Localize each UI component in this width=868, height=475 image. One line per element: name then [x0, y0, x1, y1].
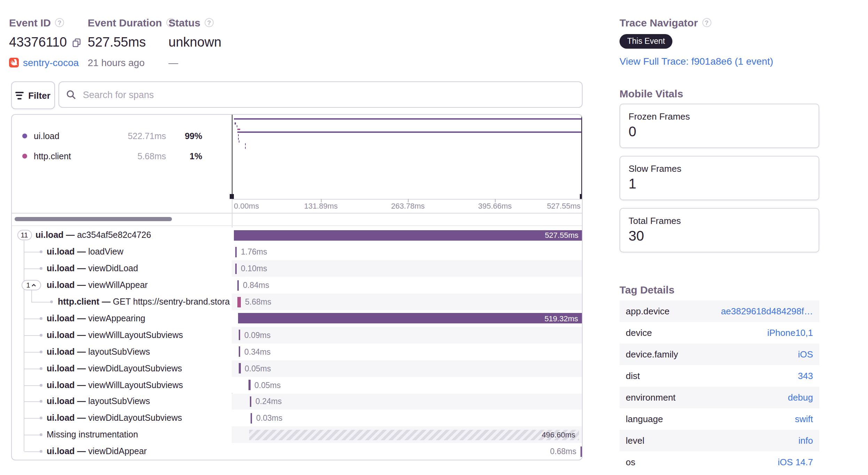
span-duration-label: 1.76ms	[241, 248, 267, 256]
search-spans-box	[58, 81, 583, 108]
minimap-span-mark	[237, 131, 582, 132]
span-row[interactable]: ui.load — viewWillLayoutSubviews0.05ms	[11, 377, 582, 393]
help-icon[interactable]: ?	[55, 18, 64, 27]
project-link[interactable]: sentry-cocoa	[23, 57, 79, 68]
axis-tick-label: 131.89ms	[297, 202, 345, 210]
span-row[interactable]: ui.load — layoutSubViews0.34ms	[11, 344, 582, 360]
tag-key: level	[626, 429, 645, 451]
tag-details-title: Tag Details	[620, 284, 674, 296]
span-row[interactable]: ui.load — viewDidLayoutSubviews0.03ms	[11, 410, 582, 427]
axis-tick-label: 527.55ms	[539, 202, 581, 210]
vital-card-value: 0	[629, 123, 636, 139]
this-event-badge[interactable]: This Event	[620, 34, 673, 49]
legend-color-dot	[22, 153, 27, 158]
tree-connector-dot	[39, 384, 42, 386]
tree-connector	[24, 319, 41, 319]
span-duration-label: 0.05ms	[245, 364, 271, 372]
search-spans-input[interactable]	[81, 89, 575, 100]
help-icon[interactable]: ?	[702, 18, 711, 27]
span-row-background	[231, 327, 582, 344]
span-row[interactable]: ui.load — layoutSubViews0.24ms	[11, 393, 582, 410]
tag-value-link[interactable]: iOS 14.7	[778, 451, 813, 473]
minimap-right-handle-nub[interactable]	[579, 194, 583, 199]
view-full-trace-link[interactable]: View Full Trace: f901a8e6 (1 event)	[620, 56, 773, 67]
span-description: ui.load — layoutSubViews	[47, 397, 150, 406]
span-row[interactable]: ui.load — viewDidLayoutSubviews0.05ms	[11, 360, 582, 377]
minimap-left-handle-nub[interactable]	[230, 194, 234, 199]
span-count-badge[interactable]: 1	[22, 280, 41, 290]
tag-value-link[interactable]: iPhone10,1	[767, 322, 813, 343]
tree-connector	[24, 385, 41, 386]
minimap-span-mark	[234, 118, 582, 119]
span-row[interactable]: ui.load — viewAppearing519.32ms	[11, 310, 582, 327]
span-tree-cell: http.client — GET https://sentry-brand.s…	[11, 293, 231, 310]
span-tree-cell: ui.load — viewWillLayoutSubviews	[11, 327, 231, 344]
trace-minimap[interactable]	[231, 115, 582, 199]
event-duration-label: Event Duration	[88, 17, 162, 29]
span-row[interactable]: Missing instrumentation496.60ms	[11, 427, 582, 443]
tag-row: osiOS 14.7	[620, 451, 819, 473]
sentry-span-detail-view: Event ID ? 43376110 sentry-cocoa	[0, 0, 868, 475]
legend-item[interactable]: http.client5.68ms1%	[11, 151, 231, 163]
span-description: ui.load — viewWillAppear	[47, 280, 148, 290]
span-row[interactable]: ui.load — viewDidAppear0.68ms	[11, 443, 582, 460]
vital-card: Slow Frames1	[620, 155, 819, 200]
span-description: http.client — GET https://sentry-brand.s…	[58, 297, 230, 307]
span-row[interactable]: ui.load — loadView1.76ms	[11, 244, 582, 260]
vital-card: Frozen Frames0	[620, 103, 819, 148]
copy-icon[interactable]	[72, 38, 81, 47]
span-row-background	[231, 293, 582, 310]
tag-row: dist343	[620, 365, 819, 386]
vital-card-label: Total Frames	[629, 215, 681, 226]
tag-value-link[interactable]: swift	[795, 408, 813, 429]
span-duration-bar: 496.60ms	[249, 429, 579, 440]
tag-value-link[interactable]: iOS	[798, 343, 813, 365]
legend-duration: 5.68ms	[88, 151, 166, 161]
tag-key: os	[626, 451, 635, 473]
span-row[interactable]: ui.load — viewDidLoad0.10ms	[11, 260, 582, 277]
tree-connector-dot	[39, 267, 42, 270]
trace-navigator-label: Trace Navigator	[620, 17, 698, 29]
legend-item[interactable]: ui.load522.71ms99%	[11, 131, 231, 143]
event-id-value: 43376110	[9, 35, 67, 50]
span-row[interactable]: ui.load — viewWillLayoutSubviews0.09ms	[11, 327, 582, 344]
span-row-background	[231, 244, 582, 260]
vital-card-value: 30	[629, 228, 644, 244]
tree-connector-dot	[39, 334, 42, 337]
minimap-span-mark	[235, 122, 236, 124]
tag-value-link[interactable]: info	[798, 429, 813, 451]
span-duration-bar: 519.32ms	[238, 313, 582, 324]
filter-button[interactable]: Filter	[11, 81, 55, 109]
tree-connector-dot	[39, 317, 42, 320]
span-description: ui.load — viewDidLoad	[47, 264, 138, 273]
span-row-background	[231, 443, 582, 460]
minimap-left-handle[interactable]	[231, 115, 232, 198]
span-tree-cell: Missing instrumentation	[11, 427, 231, 443]
mobile-vitals-title: Mobile Vitals	[620, 88, 683, 99]
span-count-badge[interactable]: 11	[17, 230, 32, 241]
minimap-span-mark	[238, 134, 238, 136]
span-row[interactable]: 11ui.load — ac354af5e82c4726527.55ms	[11, 227, 582, 244]
help-icon[interactable]: ?	[205, 18, 214, 27]
span-row[interactable]: http.client — GET https://sentry-brand.s…	[11, 293, 582, 310]
minimap-right-handle[interactable]	[581, 115, 582, 198]
span-row-background	[231, 393, 582, 410]
span-duration-label: 5.68ms	[245, 298, 271, 306]
span-row[interactable]: 1ui.load — viewWillAppear0.84ms	[11, 277, 582, 293]
event-id-label: Event ID ?	[9, 17, 81, 29]
tag-value-link[interactable]: debug	[788, 386, 813, 408]
span-duration-label: 496.60ms	[542, 430, 575, 439]
span-duration-bar	[248, 380, 250, 390]
tag-value-link[interactable]: ae3829618d484298f…	[721, 300, 813, 322]
filter-icon	[15, 91, 23, 99]
tag-value-link[interactable]: 343	[798, 365, 813, 386]
span-description: ui.load — viewAppearing	[47, 314, 145, 323]
tree-connector	[24, 268, 41, 269]
tree-connector	[24, 368, 41, 369]
axis-top-border	[231, 199, 582, 200]
horizontal-scrollbar-thumb[interactable]	[15, 217, 172, 221]
span-duration-bar	[235, 263, 237, 274]
span-duration-label: 0.34ms	[244, 347, 270, 356]
tag-row: environmentdebug	[620, 386, 819, 408]
vital-card-value: 1	[629, 176, 636, 192]
